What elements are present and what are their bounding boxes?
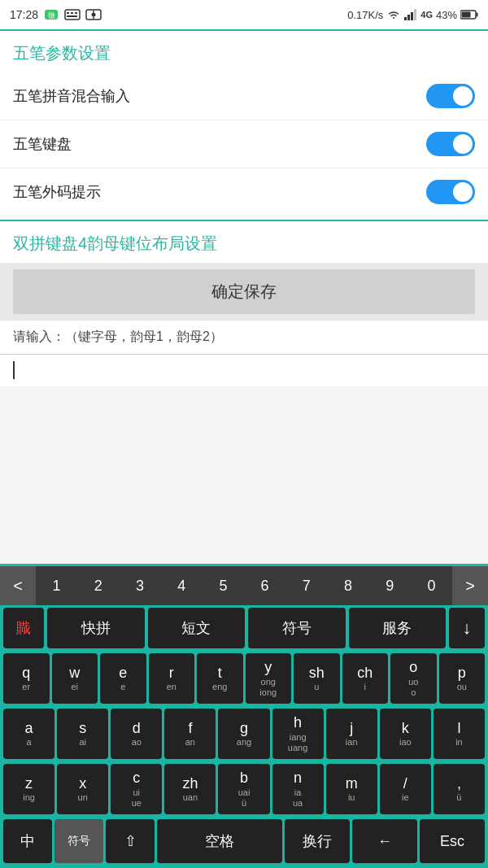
setting-row-2: 五笔键盘 — [0, 120, 488, 168]
svg-rect-14 — [414, 9, 416, 20]
chinese-mode-button[interactable]: 賳 — [3, 608, 44, 648]
short-text-button[interactable]: 短文 — [148, 608, 246, 648]
battery-icon — [460, 10, 478, 20]
key-q[interactable]: qer — [3, 653, 50, 704]
setting-label-3: 五笔外码提示 — [13, 182, 101, 202]
section1-header: 五笔参数设置 — [0, 29, 488, 72]
status-bar: 17:28 微 0.17K/s — [0, 0, 488, 29]
setting-label-1: 五笔拼音混合输入 — [13, 86, 130, 106]
key-comma[interactable]: ,ü — [434, 764, 485, 814]
svg-rect-5 — [75, 12, 77, 14]
key-slash[interactable]: /ie — [380, 764, 431, 814]
setting-label-2: 五笔键盘 — [13, 134, 72, 154]
nav-left-button[interactable]: < — [0, 566, 36, 605]
num-key-6[interactable]: 6 — [244, 566, 285, 605]
key-k[interactable]: kiao — [380, 709, 431, 759]
key-c[interactable]: cui ue — [111, 764, 162, 814]
svg-rect-6 — [67, 15, 77, 17]
svg-rect-2 — [65, 10, 80, 20]
num-key-5[interactable]: 5 — [203, 566, 244, 605]
svg-rect-13 — [411, 12, 413, 20]
shift-button[interactable]: ⇧ — [106, 819, 155, 863]
toggle-3[interactable] — [426, 180, 475, 204]
num-key-9[interactable]: 9 — [369, 566, 411, 605]
num-keys: 1 2 3 4 5 6 7 8 9 0 — [36, 566, 452, 605]
key-sh[interactable]: shu — [294, 653, 340, 704]
svg-text:微: 微 — [48, 11, 55, 20]
num-key-0[interactable]: 0 — [411, 566, 452, 605]
keyboard-icon — [64, 8, 81, 21]
num-key-3[interactable]: 3 — [119, 566, 160, 605]
svg-rect-16 — [477, 13, 478, 17]
svg-rect-3 — [67, 12, 69, 14]
toggle-2[interactable] — [426, 132, 475, 156]
status-left: 17:28 微 — [10, 7, 102, 23]
key-l[interactable]: lin — [434, 709, 485, 759]
space-button[interactable]: 空格 — [157, 819, 282, 863]
save-button[interactable]: 确定保存 — [13, 269, 475, 314]
setting-row-1: 五笔拼音混合输入 — [0, 72, 488, 120]
setting-row-3: 五笔外码提示 — [0, 168, 488, 216]
enter-button[interactable]: 换行 — [285, 819, 350, 863]
num-key-4[interactable]: 4 — [161, 566, 203, 605]
service-button[interactable]: 服务 — [349, 608, 447, 648]
key-row-1: qer wei ee ren teng yong iong shu chi ou… — [0, 651, 488, 706]
key-p[interactable]: pou — [439, 653, 486, 704]
wechat-icon: 微 — [43, 7, 59, 23]
svg-point-8 — [92, 13, 96, 17]
save-btn-wrapper: 确定保存 — [0, 263, 488, 321]
wifi-icon — [386, 9, 401, 20]
status-right: 0.17K/s 4G 43% — [347, 9, 478, 21]
chinese-toggle-button[interactable]: 中 — [3, 819, 52, 863]
settings-icon — [85, 8, 102, 21]
key-ch[interactable]: chi — [342, 653, 389, 704]
key-e[interactable]: ee — [100, 653, 146, 704]
key-r[interactable]: ren — [149, 653, 195, 704]
esc-button[interactable]: Esc — [420, 819, 485, 863]
network-speed: 0.17K/s — [347, 9, 383, 21]
num-key-8[interactable]: 8 — [327, 566, 368, 605]
num-key-1[interactable]: 1 — [36, 566, 77, 605]
battery-percent: 43% — [436, 9, 457, 21]
text-input-area[interactable] — [0, 354, 488, 386]
key-a[interactable]: aa — [3, 709, 54, 759]
backspace-button[interactable]: ← — [352, 819, 417, 863]
hide-keyboard-button[interactable]: ↓ — [449, 608, 485, 648]
svg-rect-4 — [71, 12, 73, 14]
key-row-3: zing xun cui ue zhuan buai ü nia ua miu … — [0, 761, 488, 817]
func-row: 賳 快拼 短文 符号 服务 ↓ — [0, 605, 488, 651]
key-z[interactable]: zing — [3, 764, 54, 814]
keyboard: < 1 2 3 4 5 6 7 8 9 0 > 賳 快拼 短文 符号 服务 ↓ … — [0, 564, 488, 868]
key-d[interactable]: dao — [111, 709, 162, 759]
quick-spell-button[interactable]: 快拼 — [47, 608, 145, 648]
svg-rect-11 — [404, 17, 407, 20]
key-f[interactable]: fan — [164, 709, 216, 759]
nav-right-button[interactable]: > — [452, 566, 488, 605]
key-t[interactable]: teng — [197, 653, 243, 704]
key-s[interactable]: sai — [57, 709, 108, 759]
key-b[interactable]: buai ü — [218, 764, 269, 814]
network-type: 4G — [420, 10, 433, 20]
key-x[interactable]: xun — [57, 764, 108, 814]
content-area: 五笔参数设置 五笔拼音混合输入 五笔键盘 五笔外码提示 双拼键盘4韵母键位布局设… — [0, 29, 488, 386]
symbol-bottom-button[interactable]: 符号 — [54, 819, 103, 863]
cursor — [13, 361, 15, 379]
key-h[interactable]: hiang uang — [272, 709, 324, 759]
svg-rect-17 — [462, 12, 471, 18]
key-g[interactable]: gang — [218, 709, 269, 759]
num-key-7[interactable]: 7 — [285, 566, 327, 605]
key-y[interactable]: yong iong — [246, 653, 292, 704]
key-o[interactable]: ouo o — [390, 653, 437, 704]
signal-icon — [404, 9, 417, 20]
num-row: < 1 2 3 4 5 6 7 8 9 0 > — [0, 566, 488, 605]
svg-rect-12 — [407, 15, 410, 20]
num-key-2[interactable]: 2 — [77, 566, 119, 605]
key-w[interactable]: wei — [52, 653, 98, 704]
symbol-button[interactable]: 符号 — [248, 608, 346, 648]
toggle-1[interactable] — [426, 84, 475, 108]
key-n[interactable]: nia ua — [272, 764, 324, 814]
key-zh[interactable]: zhuan — [164, 764, 216, 814]
key-m[interactable]: miu — [326, 764, 377, 814]
bottom-row: 中 符号 ⇧ 空格 换行 ← Esc — [0, 817, 488, 868]
key-j[interactable]: jian — [326, 709, 377, 759]
